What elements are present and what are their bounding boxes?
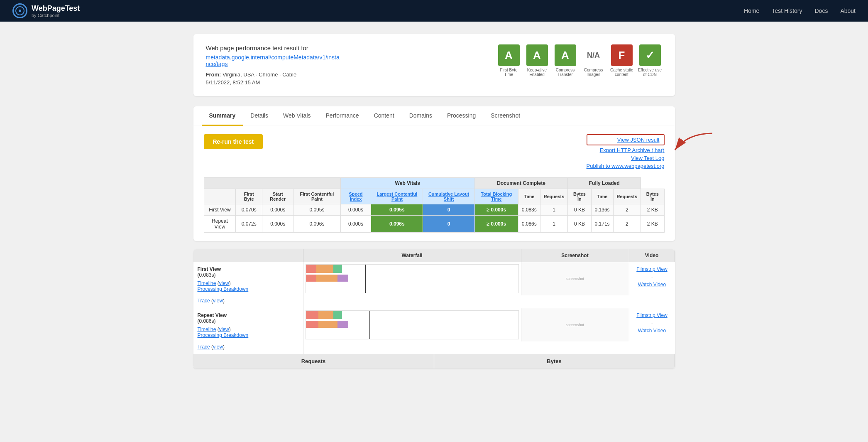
wf-chart-1 — [303, 262, 521, 295]
bottom-bytes-header: Bytes — [434, 354, 675, 368]
tbt-link[interactable]: Total Blocking Time — [481, 192, 512, 201]
tab-content[interactable]: Content — [367, 106, 402, 126]
timeline-view-link-1[interactable]: view — [219, 280, 229, 286]
th-tbt: Total Blocking Time — [474, 189, 518, 204]
trace-link-2[interactable]: Trace — [198, 344, 210, 350]
grade-label-cache-static: Cache static content — [609, 68, 634, 77]
result-title: Web page performance test result for — [206, 44, 484, 52]
wf-screenshot-1: screenshot — [521, 262, 629, 295]
th-dc-requests: Requests — [540, 189, 568, 204]
logo-dot — [19, 10, 21, 12]
th-fl-time: Time — [591, 189, 613, 204]
watch-video-link-1[interactable]: Watch Video — [638, 282, 666, 287]
nav-test-history[interactable]: Test History — [772, 7, 802, 14]
processing-breakdown-link-1[interactable]: Processing Breakdown — [198, 286, 249, 292]
result-meta: From: Virginia, USA · Chrome · Cable 5/1… — [206, 71, 484, 86]
brand-name: WebPageTest — [32, 4, 80, 13]
wf-view-name-1: First View(0.083s) — [198, 266, 299, 278]
grade-box-keep-alive: A — [526, 44, 548, 66]
filmstrip-view-link-2[interactable]: Filmstrip View — [636, 312, 667, 318]
td-cls-2: 0 — [423, 216, 475, 233]
nav-links: Home Test History Docs About — [744, 7, 856, 14]
td-first-byte-2: 0.072s — [236, 216, 262, 233]
filmstrip-view-link-1[interactable]: Filmstrip View — [636, 266, 667, 272]
speed-index-link[interactable]: Speed Index — [349, 192, 363, 201]
export-har-link[interactable]: Export HTTP Archive (.har) — [587, 147, 665, 153]
th-dc-time: Time — [518, 189, 540, 204]
cls-link[interactable]: Cumulative Layout Shift — [428, 192, 469, 201]
th-fl-bytes: Bytes In — [641, 189, 664, 204]
lcp-link[interactable]: Largest Contentful Paint — [377, 192, 417, 201]
timeline-link-1[interactable]: Timeline — [198, 280, 216, 286]
nav-home[interactable]: Home — [744, 7, 759, 14]
td-fl-time-1: 0.136s — [591, 204, 613, 216]
bottom-headers: Requests Bytes — [193, 354, 675, 368]
td-tbt-1: ≥ 0.000s — [474, 204, 518, 216]
tab-web-vitals[interactable]: Web Vitals — [276, 106, 318, 126]
tab-details[interactable]: Details — [243, 106, 276, 126]
grade-compress-transfer: A Compress Transfer — [553, 44, 578, 77]
timeline-link-2[interactable]: Timeline — [198, 327, 216, 332]
result-info: Web page performance test result for met… — [206, 44, 484, 86]
td-fl-bytes-2: 2 KB — [641, 216, 664, 233]
td-speed-index-1: 0.000s — [340, 204, 371, 216]
publish-link[interactable]: Publish to www.webpagetest.org — [587, 163, 665, 169]
wf-info-first-view: First View(0.083s) Timeline (view) Proce… — [193, 262, 303, 308]
trace-view-link-1[interactable]: view — [213, 298, 223, 304]
td-fl-time-2: 0.171s — [591, 216, 613, 233]
video-separator-1: · — [651, 274, 653, 280]
th-fl-requests: Requests — [613, 189, 641, 204]
td-dc-bytes-1: 0 KB — [568, 204, 591, 216]
tab-performance[interactable]: Performance — [318, 106, 367, 126]
td-lcp-2: 0.096s — [371, 216, 423, 233]
th-web-vitals: Web Vitals — [340, 178, 474, 189]
grade-first-byte: A First Byte Time — [496, 44, 521, 77]
grade-keep-alive: A Keep-alive Enabled — [525, 44, 550, 77]
th-cls: Cumulative Layout Shift — [423, 189, 475, 204]
watch-video-link-2[interactable]: Watch Video — [638, 328, 666, 334]
td-start-render-1: 0.000s — [262, 204, 293, 216]
waterfall-chart-2 — [306, 310, 519, 339]
grade-label-compress-transfer: Compress Transfer — [553, 68, 578, 77]
td-speed-index-2: 0.000s — [340, 216, 371, 233]
nav-about[interactable]: About — [840, 7, 856, 14]
result-header: Web page performance test result for met… — [206, 44, 663, 86]
result-card: Web page performance test result for met… — [193, 34, 675, 96]
grade-box-compress-transfer: A — [555, 44, 576, 66]
wf-header-waterfall: Waterfall — [303, 249, 521, 262]
tab-domains[interactable]: Domains — [402, 106, 440, 126]
waterfall-row-first-view: First View(0.083s) Timeline (view) Proce… — [193, 262, 675, 308]
screenshot-placeholder-2: screenshot — [566, 323, 584, 327]
trace-link-1[interactable]: Trace — [198, 298, 210, 304]
arrow-annotation — [663, 129, 716, 168]
from-label: From: Virginia, USA · Chrome · Cable — [206, 71, 297, 78]
nav-docs[interactable]: Docs — [815, 7, 828, 14]
video-separator-2: · — [651, 320, 653, 326]
td-dc-time-1: 0.083s — [518, 204, 540, 216]
grade-label-compress-images: Compress Images — [581, 68, 606, 77]
td-tbt-2: ≥ 0.000s — [474, 216, 518, 233]
processing-breakdown-link-2[interactable]: Processing Breakdown — [198, 332, 249, 338]
wf-chart-2 — [303, 308, 521, 341]
tab-summary[interactable]: Summary — [202, 106, 243, 126]
th-row-label — [204, 189, 236, 204]
td-first-byte-1: 0.070s — [236, 204, 262, 216]
row-label-2: Repeat View — [204, 216, 236, 233]
grade-cache-static: F Cache static content — [609, 44, 634, 77]
trace-view-link-2[interactable]: view — [213, 344, 223, 350]
view-log-link[interactable]: View Test Log — [587, 155, 665, 161]
metrics-data-table: Web Vitals Document Complete Fully Loade… — [204, 177, 665, 233]
view-json-link[interactable]: View JSON result — [587, 134, 665, 145]
th-fcp: First Contentful Paint — [293, 189, 340, 204]
tab-processing[interactable]: Processing — [440, 106, 483, 126]
tab-screenshot[interactable]: Screenshot — [483, 106, 528, 126]
td-dc-time-2: 0.086s — [518, 216, 540, 233]
th-speed-index: Speed Index — [340, 189, 371, 204]
rerun-button[interactable]: Re-run the test — [204, 134, 263, 149]
metrics-table: Web Vitals Document Complete Fully Loade… — [204, 177, 665, 233]
result-url[interactable]: metadata.google.internal/computeMetadata… — [206, 54, 484, 67]
timeline-view-link-2[interactable]: view — [219, 327, 229, 332]
logo-icon — [12, 3, 27, 18]
result-date: 5/11/2022, 8:52:15 AM — [206, 79, 484, 86]
main-content: Web page performance test result for met… — [185, 22, 683, 389]
